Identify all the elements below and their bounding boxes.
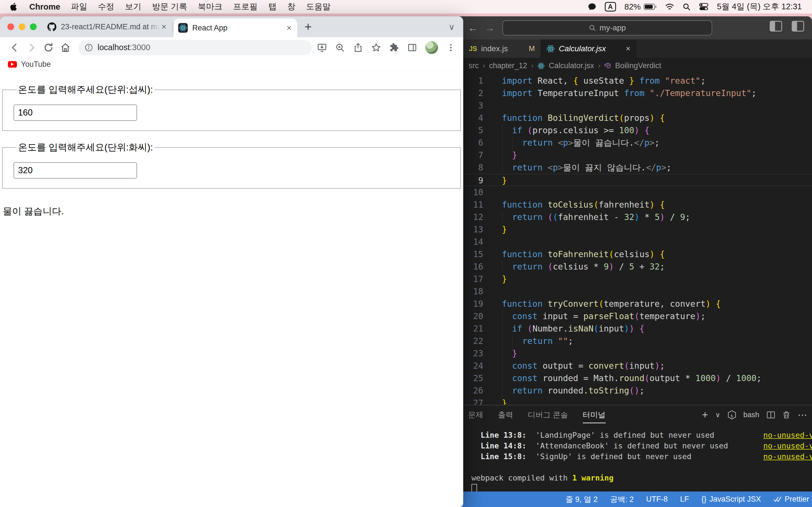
apple-logo-icon[interactable]: [10, 3, 17, 11]
code-line[interactable]: 7 }: [457, 149, 812, 161]
lint-rule-link[interactable]: no-unused-v: [763, 451, 812, 462]
new-terminal-icon[interactable]: +: [702, 409, 708, 421]
close-window-button[interactable]: [7, 23, 14, 30]
code-line[interactable]: 8 return <p>물이 끓지 않습니다.</p>;: [457, 161, 812, 174]
code-line[interactable]: 4function BoilingVerdict(props) {: [457, 112, 812, 124]
share-icon[interactable]: [353, 43, 363, 53]
celsius-input[interactable]: [13, 105, 137, 121]
status-item[interactable]: {}JavaScript JSX: [702, 495, 761, 504]
menu-item[interactable]: 탭: [268, 1, 276, 12]
spotlight-search-icon[interactable]: [682, 3, 691, 11]
terminal-dropdown-icon[interactable]: ∨: [715, 411, 720, 419]
minimize-window-button[interactable]: [18, 23, 26, 30]
code-line[interactable]: 25 const rounded = Math.round(output * 1…: [457, 372, 812, 385]
menu-item[interactable]: 방문 기록: [152, 1, 187, 12]
menu-item[interactable]: 도움말: [306, 1, 331, 12]
code-line[interactable]: 21 if (Number.isNaN(input)) {: [457, 323, 812, 335]
bookmark-star-icon[interactable]: [371, 43, 381, 53]
tab-calculator-jsx[interactable]: Calculator.jsx ×: [541, 40, 637, 58]
code-line[interactable]: 9}: [457, 174, 812, 186]
panel-tab-문제[interactable]: 문제: [468, 410, 483, 420]
code-line[interactable]: 20 const input = parseFloat(temperature)…: [457, 310, 812, 323]
lint-rule-link[interactable]: no-unused-v: [763, 441, 812, 451]
menu-item[interactable]: 파일: [71, 1, 87, 12]
breadcrumb-src[interactable]: src: [469, 61, 479, 70]
split-terminal-icon[interactable]: [767, 411, 775, 419]
input-source-icon[interactable]: A: [605, 2, 616, 11]
status-item[interactable]: 공백: 2: [610, 494, 634, 504]
new-tab-button[interactable]: +: [305, 20, 312, 34]
extensions-icon[interactable]: [389, 43, 399, 53]
fahrenheit-input[interactable]: [13, 162, 137, 179]
menu-item[interactable]: 수정: [98, 1, 114, 12]
browser-tab-react-app[interactable]: React App ×: [174, 18, 297, 37]
more-actions-icon[interactable]: ⋯: [798, 409, 807, 420]
code-line[interactable]: 3: [457, 100, 812, 112]
code-line[interactable]: 22 return "";: [457, 335, 812, 347]
control-center-icon[interactable]: [699, 3, 709, 10]
code-line[interactable]: 17}: [457, 273, 812, 285]
status-item[interactable]: LF: [680, 495, 689, 504]
back-icon[interactable]: [6, 43, 23, 53]
browser-tab-github[interactable]: 23-react1/README.md at main ×: [43, 16, 172, 37]
home-icon[interactable]: [57, 43, 74, 53]
code-line[interactable]: 6 return <p>물이 끓습니다.</p>;: [457, 136, 812, 149]
code-line[interactable]: 24 const output = convert(input);: [457, 360, 812, 372]
wifi-icon[interactable]: [665, 3, 674, 10]
terminal-output[interactable]: Line 13:8: 'LandingPage' is defined but …: [471, 430, 812, 494]
code-line[interactable]: 23 }: [457, 347, 812, 360]
bookmark-youtube[interactable]: YouTube: [21, 60, 51, 69]
tab-index-js[interactable]: JS index.js M: [463, 40, 541, 58]
toggle-sidebar-icon[interactable]: [770, 21, 782, 32]
zoom-window-button[interactable]: [30, 23, 37, 30]
status-item[interactable]: UTF-8: [646, 495, 668, 504]
toggle-panel-icon[interactable]: [792, 21, 804, 32]
code-line[interactable]: 10: [457, 186, 812, 199]
menu-item[interactable]: 북마크: [198, 1, 222, 12]
close-tab-icon[interactable]: ×: [626, 44, 630, 53]
install-app-icon[interactable]: [317, 43, 327, 53]
status-item[interactable]: 줄 9, 열 2: [566, 494, 598, 504]
menu-item[interactable]: 보기: [125, 1, 142, 12]
code-line[interactable]: 14: [457, 236, 812, 248]
reload-icon[interactable]: [40, 43, 57, 53]
chrome-menu-icon[interactable]: [446, 43, 456, 52]
code-line[interactable]: 11function toCelsius(fahrenheit) {: [457, 199, 812, 211]
code-line[interactable]: 15function toFahrenheit(celsius) {: [457, 248, 812, 261]
notification-bubble-icon[interactable]: [588, 3, 596, 11]
panel-tab-터미널[interactable]: 터미널: [583, 410, 606, 420]
menu-clock[interactable]: 5월 4일 (목) 오후 12:31: [717, 1, 802, 12]
code-line[interactable]: 26 return rounded.toString();: [457, 385, 812, 397]
panel-tab-출력[interactable]: 출력: [498, 410, 513, 420]
zoom-icon[interactable]: [335, 43, 345, 53]
code-line[interactable]: 19function tryConvert(temperature, conve…: [457, 298, 812, 310]
code-line[interactable]: 5 if (props.celsius >= 100) {: [457, 124, 812, 136]
forward-icon[interactable]: [23, 43, 40, 53]
menu-item[interactable]: 프로필: [233, 1, 258, 12]
code-line[interactable]: 2import TemperatureInput from "./Tempera…: [457, 87, 812, 100]
breadcrumb-symbol[interactable]: BoilingVerdict: [615, 61, 661, 70]
panel-tab-디버그 콘솔[interactable]: 디버그 콘솔: [528, 410, 568, 420]
vscode-back-icon[interactable]: ←: [468, 22, 477, 34]
breadcrumb-file[interactable]: Calculator.jsx: [549, 61, 594, 70]
shell-label[interactable]: bash: [744, 410, 759, 419]
breadcrumb-chapter[interactable]: chapter_12: [489, 61, 527, 70]
tab-search-chevron-icon[interactable]: ∨: [449, 22, 455, 32]
code-line[interactable]: 18: [457, 285, 812, 298]
code-line[interactable]: 13}: [457, 223, 812, 236]
site-info-icon[interactable]: [85, 43, 93, 52]
lint-rule-link[interactable]: no-unused-v: [763, 430, 812, 441]
code-line[interactable]: 1import React, { useState } from "react"…: [457, 75, 812, 87]
address-bar[interactable]: localhost:3000: [79, 40, 312, 55]
code-line[interactable]: 27}: [457, 397, 812, 405]
code-line[interactable]: 16 return (celsius * 9) / 5 + 32;: [457, 261, 812, 273]
vscode-search-box[interactable]: my-app: [502, 20, 712, 36]
close-tab-icon[interactable]: ×: [285, 23, 293, 33]
menu-app-name[interactable]: Chrome: [29, 2, 60, 11]
vscode-forward-icon[interactable]: →: [485, 22, 495, 34]
close-tab-icon[interactable]: ×: [160, 22, 168, 32]
menu-item[interactable]: 창: [287, 1, 296, 12]
profile-avatar[interactable]: [425, 41, 438, 54]
side-panel-icon[interactable]: [407, 43, 417, 53]
code-editor[interactable]: 1import React, { useState } from "react"…: [457, 74, 812, 405]
